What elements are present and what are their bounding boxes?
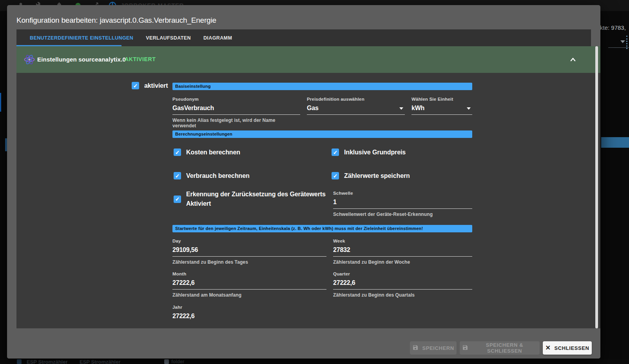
sourceanalytix-atom-icon (24, 54, 35, 65)
price-definition-label: Preisdefinition auswählen (307, 97, 405, 101)
month-helper: Zählerstand am Monatsanfang (172, 292, 326, 298)
day-label: Day (172, 239, 326, 243)
enabled-checkbox-row: ✓ aktiviert (132, 82, 168, 89)
pseudonym-field: Pseudonym Wenn kein Alias festgelegt ist… (172, 97, 300, 129)
day-field: Day Zählerstand zu Beginn des Tages (172, 239, 326, 265)
day-input[interactable] (172, 246, 326, 257)
column-divider-dots[interactable] (626, 36, 627, 49)
price-definition-select[interactable]: Gas (307, 105, 405, 115)
chevron-down-icon (399, 107, 403, 110)
check-icon: ✓ (133, 83, 138, 89)
check-icon: ✓ (175, 173, 180, 179)
unit-field: Wählen Sie Einheit kWh (411, 97, 472, 115)
dialog-scrollbar[interactable] (595, 46, 598, 328)
chevron-down-icon (467, 107, 471, 110)
section-basis: Basiseinstellung (172, 83, 472, 90)
reset-detection-checkbox-row: ✓ Erkennung der Zurücksetzung des Geräte… (174, 190, 326, 208)
baseprice-label: Inklusive Grundpreis (344, 149, 406, 156)
sourceanalytix-accordion-header[interactable]: Einstellungen sourceanalytix.0 AKTIVIERT (16, 46, 600, 73)
unit-label: Wählen Sie Einheit (411, 97, 472, 101)
selected-row-fragment (601, 137, 629, 148)
filter-underline (608, 47, 629, 48)
selected-row-edge-fragment (0, 93, 1, 112)
objects-count: kte: 9783, (600, 24, 626, 31)
config-dialog: Konfiguration bearbeiten: javascript.0.G… (7, 5, 600, 359)
consumption-label: Verbrauch berechnen (186, 172, 250, 179)
dialog-title: Konfiguration bearbeiten: javascript.0.G… (16, 16, 216, 25)
unit-select[interactable]: kWh (411, 105, 472, 115)
dialog-footer: SPEICHERN SPEICHERN & SCHLIESSEN ✕ SCHLI… (7, 328, 600, 359)
meter-values-label: Zählerwerte speichern (344, 172, 410, 179)
enabled-label: aktiviert (144, 82, 168, 89)
tab-chart[interactable]: DIAGRAMM (197, 29, 238, 46)
quarter-helper: Zählerstand zu Beginn des Quartals (333, 292, 472, 298)
costs-label: Kosten berechnen (186, 149, 240, 156)
pseudonym-input[interactable] (172, 105, 300, 115)
save-button[interactable]: SPEICHERN (410, 341, 457, 355)
meter-values-checkbox-row: ✓ Zählerwerte speichern (332, 172, 410, 179)
save-button-label: SPEICHERN (422, 345, 454, 351)
object-type-text: folder (171, 359, 184, 364)
month-input[interactable] (172, 279, 326, 290)
tab-history-data[interactable]: VERLAUFSDATEN (140, 29, 197, 46)
check-icon: ✓ (333, 173, 338, 179)
pseudonym-label: Pseudonym (172, 97, 300, 101)
tab-custom-settings[interactable]: BENUTZERDEFINIERTE EINSTELLUNGEN (24, 29, 140, 46)
objects-table-row: ESP Stromzähler ESP Stromzähler folder (0, 359, 629, 364)
price-definition-value: Gas (307, 105, 319, 111)
quarter-field: Quarter Zählerstand zu Beginn des Quarta… (333, 272, 472, 298)
month-label: Month (172, 272, 326, 276)
status-badge: AKTIVIERT (125, 56, 156, 62)
save-and-close-button[interactable]: SPEICHERN & SCHLIESSEN (460, 341, 540, 355)
enabled-checkbox[interactable]: ✓ (132, 82, 139, 89)
price-definition-field: Preisdefinition auswählen Gas (307, 97, 405, 115)
day-helper: Zählerstand zu Beginn des Tages (172, 259, 326, 265)
accordion-title: Einstellungen sourceanalytix.0 (37, 56, 126, 63)
check-icon: ✓ (333, 150, 338, 155)
close-button-label: SCHLIESSEN (554, 345, 589, 351)
week-field: Week Zählerstand zu Beginn der Woche (333, 239, 472, 265)
device-icon (17, 359, 22, 364)
screen: JOBROKER-MASTER kte: 9783, ESP Stromzähl… (0, 0, 629, 364)
object-name-text: ESP Stromzähler (80, 359, 121, 364)
section-berechnung: Berechnungseinstellungen (172, 130, 472, 138)
save-icon (462, 344, 468, 352)
baseprice-checkbox[interactable]: ✓ (332, 148, 339, 156)
quarter-input[interactable] (333, 279, 472, 290)
consumption-checkbox-row: ✓ Verbrauch berechnen (174, 172, 250, 179)
threshold-helper: Schwellenwert der Geräte-Reset-Erkennung (333, 212, 472, 217)
pseudonym-helper: Wenn kein Alias festgelegt ist, wird der… (172, 118, 300, 129)
save-icon (412, 344, 419, 352)
save-and-close-button-label: SPEICHERN & SCHLIESSEN (472, 342, 537, 354)
baseprice-checkbox-row: ✓ Inklusive Grundpreis (332, 148, 406, 156)
chevron-down-icon[interactable] (620, 40, 625, 43)
chevron-up-icon[interactable] (568, 55, 578, 64)
costs-checkbox[interactable]: ✓ (174, 148, 181, 156)
check-icon: ✓ (175, 150, 180, 155)
section-startwerte: Startwerte für den jeweiligen Zeitraum, … (172, 225, 472, 232)
reset-detection-label: Erkennung der Zurücksetzung des Gerätewe… (186, 190, 326, 208)
close-icon: ✕ (545, 345, 551, 351)
dialog-scroll-area: Einstellungen sourceanalytix.0 AKTIVIERT… (16, 46, 600, 328)
meter-values-checkbox[interactable]: ✓ (332, 172, 339, 179)
costs-checkbox-row: ✓ Kosten berechnen (174, 148, 240, 156)
object-id-text: ESP Stromzähler (27, 359, 68, 364)
unit-value: kWh (411, 105, 424, 111)
reset-detection-checkbox[interactable]: ✓ (174, 196, 181, 203)
threshold-field: Schwelle Schwellenwert der Geräte-Reset-… (333, 191, 472, 217)
quarter-label: Quarter (333, 272, 472, 276)
dialog-tabbar: BENUTZERDEFINIERTE EINSTELLUNGEN VERLAUF… (16, 29, 591, 46)
threshold-label: Schwelle (333, 191, 472, 196)
week-helper: Zählerstand zu Beginn der Woche (333, 259, 472, 265)
year-label: Jahr (172, 305, 326, 310)
reset-detection-label-line2: Aktiviert (186, 199, 326, 208)
year-field: Jahr (172, 305, 326, 322)
reset-detection-label-line1: Erkennung der Zurücksetzung des Gerätewe… (186, 190, 326, 199)
threshold-input[interactable] (333, 199, 472, 209)
week-input[interactable] (333, 246, 472, 257)
week-label: Week (333, 239, 472, 243)
folder-icon (164, 359, 169, 364)
close-button[interactable]: ✕ SCHLIESSEN (543, 341, 592, 355)
year-input[interactable] (172, 313, 326, 322)
consumption-checkbox[interactable]: ✓ (174, 172, 181, 179)
